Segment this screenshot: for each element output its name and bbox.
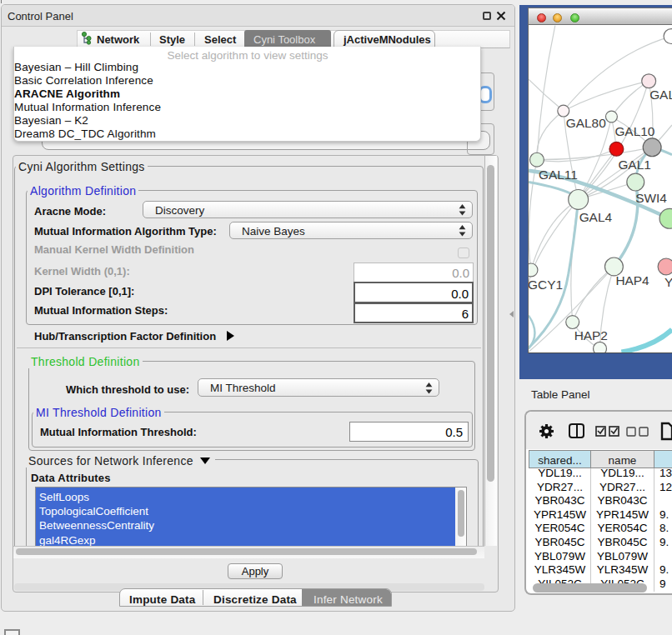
svg-text:YJ: YJ [664, 275, 672, 289]
svg-text:GCY1: GCY1 [528, 278, 563, 292]
svg-text:GAL1: GAL1 [618, 158, 650, 172]
svg-text:GAL4: GAL4 [579, 210, 613, 224]
svg-text:HAP4: HAP4 [615, 273, 649, 288]
svg-text:GAL10: GAL10 [614, 124, 654, 138]
svg-text:GAL11: GAL11 [539, 168, 578, 182]
svg-text:SWI4: SWI4 [635, 191, 667, 205]
svg-text:GAL80: GAL80 [566, 116, 606, 130]
svg-text:HAP2: HAP2 [574, 328, 608, 342]
svg-text:GAL2: GAL2 [649, 88, 672, 102]
